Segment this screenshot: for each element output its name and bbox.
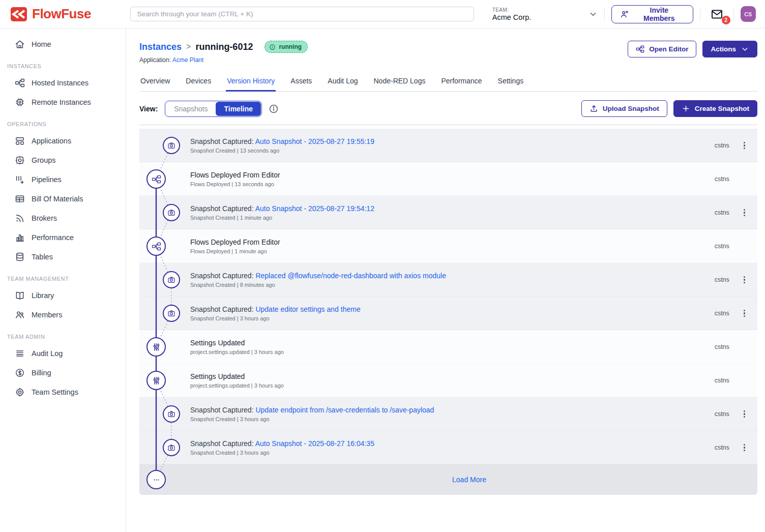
- timeline-row: Snapshot Captured: Auto Snapshot - 2025-…: [139, 431, 757, 464]
- tab-settings[interactable]: Settings: [497, 72, 525, 92]
- timeline-row: Snapshot Captured: Update editor setting…: [139, 297, 757, 330]
- book-icon: [15, 290, 25, 301]
- template-icon: [15, 136, 25, 146]
- timeline-entry-user: cstns: [715, 343, 729, 350]
- table-icon: [15, 194, 25, 204]
- notifications-button[interactable]: 2: [707, 7, 727, 21]
- tab-version-history[interactable]: Version History: [226, 72, 276, 92]
- sidebar-item-audit-log[interactable]: Audit Log: [0, 344, 126, 363]
- invite-members-button[interactable]: Invite Members: [611, 5, 693, 23]
- snapshot-link[interactable]: Update endpoint from /save-credentials t…: [255, 406, 434, 414]
- main-content: Instances > running-6012 running Applica…: [126, 28, 765, 532]
- kebab-menu-icon[interactable]: [741, 207, 748, 219]
- home-icon: [15, 39, 25, 49]
- tab-devices[interactable]: Devices: [185, 72, 212, 92]
- timeline-entry-title: Settings Updated: [190, 339, 284, 347]
- status-label: running: [279, 43, 302, 50]
- tab-audit-log[interactable]: Audit Log: [327, 72, 359, 92]
- sidebar-item-tables[interactable]: Tables: [0, 247, 126, 267]
- create-snapshot-button[interactable]: Create Snapshot: [673, 100, 757, 117]
- upload-snapshot-label: Upload Snapshot: [603, 105, 659, 112]
- actions-button[interactable]: Actions: [702, 41, 757, 57]
- application-line: Application: Acme Plant: [139, 56, 308, 64]
- user-avatar[interactable]: CS: [741, 6, 756, 22]
- pipelines-icon: [15, 174, 25, 185]
- snapshot-link[interactable]: Auto Snapshot - 2025-08-27 16:04:35: [255, 439, 374, 448]
- toggle-timeline[interactable]: Timeline: [216, 102, 261, 116]
- entry-title-prefix: Snapshot Captured:: [190, 137, 255, 145]
- search-input[interactable]: [130, 7, 474, 21]
- sidebar-item-remote-instances[interactable]: Remote Instances: [0, 93, 126, 112]
- list-icon: [15, 348, 25, 359]
- actions-label: Actions: [711, 45, 736, 53]
- info-icon[interactable]: [269, 104, 279, 114]
- flows-deployed-icon: [146, 237, 166, 256]
- timeline-row: Flows Deployed From Editor Flows Deploye…: [139, 162, 757, 196]
- sidebar-item-label: Home: [32, 40, 51, 48]
- sidebar-item-hosted-instances[interactable]: Hosted Instances: [0, 73, 126, 93]
- sidebar-item-label: Remote Instances: [32, 98, 91, 106]
- sidebar-item-pipelines[interactable]: Pipelines: [0, 170, 126, 189]
- breadcrumb-instances-link[interactable]: Instances: [139, 42, 182, 52]
- plus-icon: [682, 104, 690, 113]
- camera-icon: [163, 439, 180, 456]
- timeline-row: Settings Updated project.settings.update…: [139, 330, 757, 364]
- entry-title-prefix: Snapshot Captured:: [190, 406, 255, 414]
- sidebar-item-bill-of-materials[interactable]: Bill Of Materials: [0, 189, 126, 209]
- tab-node-red-logs[interactable]: Node-RED Logs: [373, 72, 427, 92]
- sidebar-item-label: Billing: [32, 369, 51, 377]
- sidebar-item-home[interactable]: Home: [0, 35, 126, 54]
- sidebar-item-label: Performance: [32, 233, 74, 242]
- camera-icon: [163, 405, 180, 423]
- sidebar-item-library[interactable]: Library: [0, 286, 126, 305]
- snapshot-link[interactable]: Update editor settings and theme: [255, 305, 360, 313]
- sidebar-item-members[interactable]: Members: [0, 305, 126, 324]
- instance-tabs: Overview Devices Version History Assets …: [139, 72, 757, 92]
- upload-snapshot-button[interactable]: Upload Snapshot: [581, 100, 667, 117]
- sidebar-item-team-settings[interactable]: Team Settings: [0, 382, 126, 402]
- snapshot-link[interactable]: Replaced @flowfuse/node-red-dashboard wi…: [255, 272, 446, 280]
- toggle-snapshots[interactable]: Snapshots: [166, 102, 216, 116]
- entry-title-prefix: Snapshot Captured:: [190, 439, 255, 448]
- kebab-menu-icon[interactable]: [741, 274, 748, 286]
- chevron-down-icon: [589, 10, 598, 19]
- tab-overview[interactable]: Overview: [139, 72, 171, 92]
- timeline-entry-meta: Snapshot Created | 8 minutes ago: [190, 282, 446, 288]
- projects-icon: [15, 78, 25, 88]
- tab-performance[interactable]: Performance: [440, 72, 483, 92]
- sidebar-section-operations: OPERATIONS: [0, 112, 126, 131]
- flowfuse-logo-icon: [10, 7, 27, 22]
- timeline-row: Snapshot Captured: Replaced @flowfuse/no…: [139, 263, 757, 297]
- sidebar-section-team-management: TEAM MANAGEMENT: [0, 267, 126, 286]
- flowfuse-logo[interactable]: FlowFuse: [10, 6, 130, 22]
- application-label: Application:: [139, 56, 171, 64]
- kebab-menu-icon[interactable]: [741, 308, 748, 319]
- sidebar-item-billing[interactable]: Billing: [0, 363, 126, 382]
- sidebar-item-label: Bill Of Materials: [32, 195, 83, 203]
- sidebar-item-groups[interactable]: Groups: [0, 151, 126, 170]
- open-editor-button[interactable]: Open Editor: [628, 41, 696, 57]
- logo-text: FlowFuse: [32, 6, 91, 22]
- camera-icon: [163, 204, 180, 221]
- settings-sliders-icon: [146, 371, 166, 390]
- load-more-link[interactable]: Load More: [452, 476, 486, 484]
- running-status-icon: [269, 44, 276, 50]
- timeline-entry-user: cstns: [715, 142, 729, 149]
- kebab-menu-icon[interactable]: [741, 442, 748, 454]
- settings-sliders-icon: [146, 337, 166, 357]
- sidebar-item-applications[interactable]: Applications: [0, 131, 126, 151]
- tab-assets[interactable]: Assets: [289, 72, 313, 92]
- timeline-entry-meta: Snapshot Created | 1 minute ago: [190, 215, 374, 221]
- team-selector[interactable]: TEAM: Acme Corp.: [492, 7, 598, 21]
- snapshot-link[interactable]: Auto Snapshot - 2025-08-27 19:55:19: [255, 137, 374, 145]
- timeline-entry-user: cstns: [715, 444, 729, 451]
- snapshot-link[interactable]: Auto Snapshot - 2025-08-27 19:54:12: [255, 204, 374, 213]
- sidebar-item-performance[interactable]: Performance: [0, 228, 126, 247]
- timeline-entry-title: Snapshot Captured: Replaced @flowfuse/no…: [190, 272, 446, 280]
- kebab-menu-icon[interactable]: [741, 140, 748, 152]
- app-header: FlowFuse TEAM: Acme Corp. Invite Members…: [0, 0, 765, 28]
- kebab-menu-icon[interactable]: [741, 408, 748, 420]
- sidebar-item-brokers[interactable]: Brokers: [0, 209, 126, 228]
- timeline-entry-user: cstns: [715, 209, 729, 216]
- application-link[interactable]: Acme Plant: [172, 56, 203, 64]
